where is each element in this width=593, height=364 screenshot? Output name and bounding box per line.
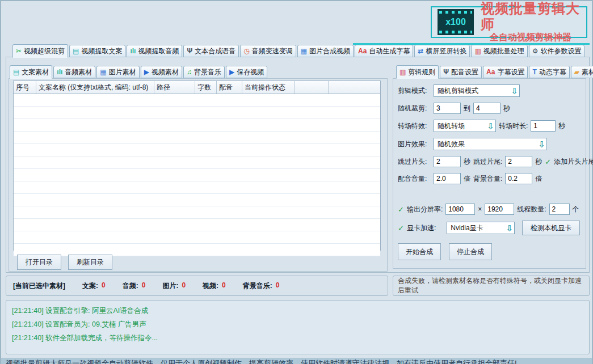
- voice-volume-label: 配音音量:: [398, 174, 431, 184]
- main-tab[interactable]: ılı 视频提取音频: [127, 45, 182, 57]
- skip-tail-label: 跳过片尾:: [473, 157, 502, 167]
- tab-label: 图片素材: [109, 67, 136, 77]
- transition-select[interactable]: 随机转场 ⇩: [434, 120, 496, 132]
- selection-count-value: 0: [182, 281, 186, 291]
- table-row[interactable]: [14, 231, 380, 244]
- edit-mode-row: 剪辑模式: 随机剪辑模式 ⇩: [398, 84, 586, 97]
- table-header-cell[interactable]: 路径: [154, 81, 195, 94]
- random-cut-from-input[interactable]: [434, 103, 461, 114]
- bg-volume-input[interactable]: [505, 173, 532, 184]
- tab-label: 素材目录: [582, 67, 593, 77]
- volume-row: 配音音量: 倍 背景音量: 倍: [398, 173, 586, 184]
- tab-label: 剪辑规则: [408, 67, 435, 77]
- tab-icon: ✂: [16, 48, 22, 54]
- x100-film-badge-icon: x100: [438, 9, 474, 35]
- checkbox-checked-icon[interactable]: ✓: [398, 205, 404, 214]
- random-cut-to-input[interactable]: [473, 103, 501, 114]
- tab-label: 自动生成字幕: [369, 46, 410, 56]
- material-tab[interactable]: ▶ 视频素材: [141, 66, 182, 78]
- table-row[interactable]: [14, 156, 380, 169]
- material-tab[interactable]: ılı 音频素材: [53, 66, 95, 78]
- table-row[interactable]: [14, 206, 380, 219]
- selection-count-label: 音频:: [123, 281, 138, 291]
- transition-value: 随机转场: [438, 121, 465, 131]
- skip-tail-input[interactable]: [505, 156, 532, 167]
- refresh-directory-button[interactable]: 刷新目录: [68, 255, 112, 270]
- table-row[interactable]: [14, 107, 380, 119]
- edit-mode-label: 剪辑模式:: [398, 86, 431, 96]
- settings-tab[interactable]: Aa 字幕设置: [483, 66, 528, 78]
- settings-tab[interactable]: Ψ 配音设置: [440, 66, 482, 78]
- tab-icon: Aa: [358, 48, 367, 54]
- random-cut-label: 随机裁剪:: [398, 104, 431, 113]
- times-label: 倍: [535, 174, 542, 184]
- threads-input[interactable]: [549, 204, 570, 215]
- selection-count-value: 0: [102, 281, 106, 291]
- material-tab[interactable]: ▦ 图片素材: [96, 66, 139, 78]
- table-body: [14, 94, 380, 256]
- checkbox-checked-icon[interactable]: ✓: [545, 158, 551, 166]
- stop-synthesis-button[interactable]: 停止合成: [449, 243, 492, 260]
- table-row[interactable]: [14, 94, 380, 107]
- material-tab[interactable]: ▶ 保存视频: [226, 66, 267, 78]
- main-tab[interactable]: Aa 自动生成字幕: [355, 45, 413, 57]
- checkbox-checked-icon[interactable]: ✓: [398, 224, 404, 232]
- settings-tab[interactable]: T 动态字幕: [529, 66, 569, 78]
- settings-tab[interactable]: ▰ 素材目录: [571, 66, 593, 78]
- table-header-cell[interactable]: 配音: [217, 81, 242, 94]
- tab-icon: ▤: [13, 69, 19, 75]
- tab-icon: ◷: [243, 48, 249, 54]
- log-panel[interactable]: [21:21:40] 设置配音引擎: 阿里云AI语音合成[21:21:40] 设…: [6, 300, 590, 354]
- table-row[interactable]: [14, 219, 380, 231]
- log-line: [21:21:40] 软件全部加载完成，等待操作指令...: [12, 331, 589, 345]
- main-tab[interactable]: Ψ 文本合成语音: [183, 45, 239, 57]
- table-row[interactable]: [14, 132, 380, 144]
- table-header-cell[interactable]: 字数: [195, 81, 217, 94]
- transition-duration-label: 转场时长:: [499, 121, 528, 131]
- material-tab[interactable]: ♫ 背景音乐: [183, 66, 225, 78]
- table-row[interactable]: [14, 194, 380, 206]
- table-header-row: 序号文案名称 (仅支持txt格式, 编码: utf-8)路径字数配音当前操作状态: [14, 81, 380, 94]
- table-row[interactable]: [14, 169, 380, 181]
- tab-label: 动态字幕: [539, 67, 566, 77]
- image-effect-value: 随机效果: [438, 139, 465, 149]
- multiply-sign: ×: [478, 205, 482, 213]
- add-head-tail-label[interactable]: 添加片头片尾: [554, 157, 593, 167]
- main-tab[interactable]: ✂ 视频超级混剪: [12, 44, 68, 58]
- tab-icon: T: [532, 69, 536, 75]
- table-row[interactable]: [14, 181, 380, 194]
- main-tab[interactable]: ▤ 视频提取文案: [69, 45, 125, 57]
- resolution-height-input[interactable]: [485, 204, 514, 215]
- main-tab[interactable]: ▦ 图片合成视频: [297, 45, 354, 57]
- selection-count-label: 文案:: [82, 281, 98, 291]
- open-directory-button[interactable]: 打开目录: [17, 255, 61, 270]
- tab-icon: ▰: [574, 69, 579, 75]
- detect-gpu-button[interactable]: 检测本机显卡: [522, 221, 580, 235]
- material-tab[interactable]: ▤ 文案素材: [10, 65, 52, 79]
- table-row[interactable]: [14, 144, 380, 156]
- main-tab[interactable]: ⇄ 横屏竖屏转换: [414, 45, 470, 57]
- synthesis-buttons-row: 开始合成 停止合成: [398, 243, 586, 260]
- main-tab[interactable]: ▥ 视频批量处理: [471, 45, 527, 57]
- resolution-width-input[interactable]: [445, 204, 475, 215]
- random-cut-row: 随机裁剪: 到 秒: [398, 103, 586, 114]
- table-row[interactable]: [14, 119, 380, 132]
- transition-duration-input[interactable]: [531, 120, 556, 132]
- table-header-cell[interactable]: [295, 81, 329, 94]
- settings-tab[interactable]: ▥ 剪辑规则: [396, 65, 439, 79]
- main-tab[interactable]: ◷ 音频变速变调: [240, 45, 296, 57]
- gpu-select[interactable]: Nvidia显卡 ⇩: [447, 222, 515, 234]
- table-header-cell[interactable]: 文案名称 (仅支持txt格式, 编码: utf-8): [36, 81, 154, 94]
- main-tab[interactable]: ⚙ 软件参数设置: [529, 45, 585, 57]
- skip-head-input[interactable]: [434, 156, 461, 167]
- edit-mode-select[interactable]: 随机剪辑模式 ⇩: [434, 84, 520, 97]
- tab-label: 音频素材: [65, 67, 92, 77]
- table-header-cell[interactable]: 当前操作状态: [242, 81, 295, 94]
- table-header-cell[interactable]: 序号: [14, 81, 36, 94]
- start-synthesis-button[interactable]: 开始合成: [398, 243, 441, 260]
- image-effect-select[interactable]: 随机效果 ⇩: [434, 138, 547, 150]
- tab-icon: ılı: [57, 69, 62, 75]
- voice-volume-input[interactable]: [434, 173, 461, 184]
- app-logo: x100 视频批量剪辑大师 全自动视频剪辑神器: [431, 6, 587, 38]
- selection-summary-bar: [当前已选中素材] 文案: 0 音频: 0 图片: 0 视频: 0 背景音乐: …: [6, 276, 388, 296]
